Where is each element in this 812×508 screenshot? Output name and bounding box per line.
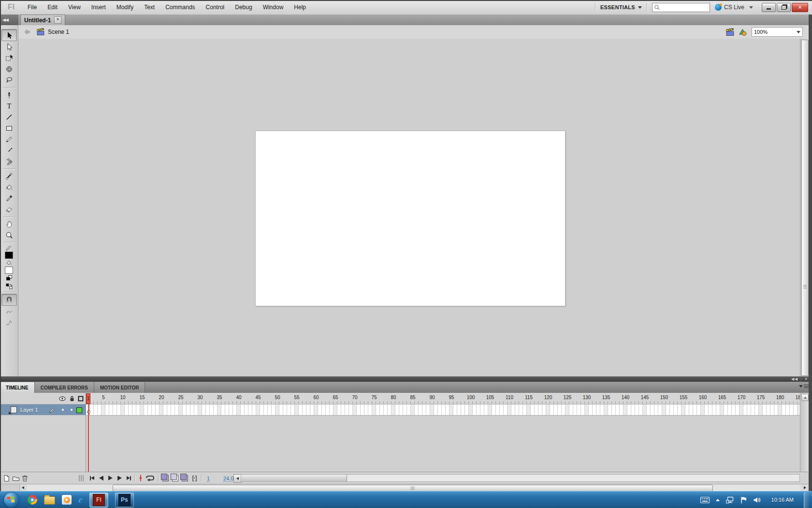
3d-rotation-tool[interactable] bbox=[2, 63, 16, 75]
zoom-tool[interactable] bbox=[2, 229, 16, 240]
menu-control[interactable]: Control bbox=[201, 0, 230, 15]
vertical-scrollbar-thumb[interactable] bbox=[801, 40, 809, 376]
stroke-color-control[interactable] bbox=[2, 244, 16, 252]
panel-menu-button[interactable] bbox=[799, 385, 809, 388]
playhead[interactable]: 1 bbox=[86, 393, 90, 404]
deco-spray-tool[interactable] bbox=[2, 156, 16, 167]
panel-resize-grip[interactable] bbox=[79, 475, 84, 481]
new-layer-button[interactable] bbox=[2, 474, 11, 482]
onion-skin-button[interactable] bbox=[161, 474, 170, 482]
back-arrow-icon[interactable] bbox=[23, 28, 31, 36]
eyedropper-tool[interactable] bbox=[2, 193, 16, 204]
stage-horizontal-scrollbar[interactable] bbox=[0, 484, 812, 491]
subselection-tool[interactable] bbox=[2, 41, 16, 52]
menu-help[interactable]: Help bbox=[289, 0, 311, 15]
modify-markers-button[interactable]: [·] bbox=[190, 474, 199, 482]
brush-tool[interactable] bbox=[2, 145, 16, 156]
swap-colors-button[interactable] bbox=[2, 282, 16, 290]
go-to-first-frame-button[interactable] bbox=[87, 474, 96, 482]
scrollbar-track[interactable] bbox=[27, 485, 800, 491]
lasso-tool[interactable] bbox=[2, 75, 16, 86]
edit-multiple-frames-button[interactable] bbox=[180, 474, 189, 482]
scroll-right-button[interactable] bbox=[801, 485, 809, 491]
tab-close-icon[interactable]: ✕ bbox=[54, 16, 61, 24]
minimize-button[interactable] bbox=[762, 3, 776, 12]
edit-symbols-button[interactable] bbox=[739, 28, 748, 36]
restore-button[interactable] bbox=[777, 3, 791, 12]
step-forward-button[interactable] bbox=[115, 474, 124, 482]
timeline-frames-area[interactable]: 5101520253035404550556065707580859095100… bbox=[86, 393, 800, 472]
scrollbar-thumb[interactable] bbox=[113, 485, 713, 492]
text-tool[interactable]: T bbox=[2, 100, 16, 111]
timeline-vertical-scrollbar[interactable] bbox=[800, 393, 809, 472]
menu-commands[interactable]: Commands bbox=[160, 0, 200, 15]
media-player-icon[interactable] bbox=[62, 495, 72, 505]
menu-edit[interactable]: Edit bbox=[42, 0, 63, 15]
pencil-tool[interactable] bbox=[2, 134, 16, 145]
search-input[interactable] bbox=[652, 3, 710, 12]
delete-layer-button[interactable] bbox=[20, 474, 29, 482]
current-frame-field[interactable]: 1 bbox=[207, 475, 210, 482]
frames-grid[interactable] bbox=[86, 404, 800, 416]
taskbar-clock[interactable]: 10:16 AM bbox=[771, 497, 794, 503]
zoom-level-select[interactable]: 100% bbox=[752, 27, 803, 37]
show-all-as-outlines-icon[interactable] bbox=[77, 395, 85, 403]
scene-name[interactable]: Scene 1 bbox=[48, 29, 69, 35]
layer-row[interactable]: Layer 1 bbox=[0, 404, 86, 415]
layer-visibility-dot[interactable] bbox=[62, 409, 64, 411]
panel-collapse-icon[interactable]: ◀◀ bbox=[791, 377, 798, 381]
menu-window[interactable]: Window bbox=[258, 0, 289, 15]
show-desktop-button[interactable] bbox=[804, 492, 809, 508]
menu-debug[interactable]: Debug bbox=[230, 0, 257, 15]
start-button[interactable] bbox=[4, 493, 19, 508]
action-center-flag-icon[interactable] bbox=[740, 496, 747, 504]
volume-icon[interactable] bbox=[753, 496, 761, 504]
tab-motion-editor[interactable]: MOTION EDITOR bbox=[94, 382, 145, 393]
pen-tool[interactable] bbox=[2, 89, 16, 100]
layer-lock-dot[interactable] bbox=[71, 409, 72, 411]
show-hidden-icons-button[interactable] bbox=[716, 499, 720, 501]
timeline-ruler[interactable]: 5101520253035404550556065707580859095100… bbox=[86, 393, 800, 404]
menu-view[interactable]: View bbox=[63, 0, 86, 15]
scroll-up-button[interactable] bbox=[801, 394, 809, 401]
new-folder-button[interactable] bbox=[12, 474, 20, 482]
vertical-scrollbar[interactable] bbox=[800, 39, 809, 376]
network-icon[interactable] bbox=[726, 496, 734, 504]
stage-canvas[interactable] bbox=[255, 131, 566, 306]
stroke-color-swatch[interactable] bbox=[5, 252, 13, 259]
close-button[interactable]: ✕ bbox=[792, 3, 808, 12]
fill-color-swatch[interactable] bbox=[5, 267, 13, 274]
internet-explorer-icon[interactable]: e bbox=[78, 494, 83, 506]
flash-taskbar-button[interactable]: Fl bbox=[89, 493, 108, 508]
lock-all-layers-icon[interactable] bbox=[68, 395, 76, 403]
keyboard-icon[interactable] bbox=[700, 497, 710, 503]
menu-file[interactable]: File bbox=[22, 0, 42, 15]
tools-panel-collapse-button[interactable]: ◀◀ bbox=[0, 15, 21, 26]
pasteboard[interactable] bbox=[18, 39, 800, 376]
scroll-left-button[interactable] bbox=[19, 485, 27, 491]
windows-explorer-icon[interactable] bbox=[44, 496, 55, 505]
panel-close-icon[interactable]: ✕ bbox=[804, 377, 808, 381]
rectangle-tool[interactable] bbox=[2, 122, 16, 134]
timeline-horizontal-scrollbar[interactable] bbox=[241, 474, 800, 482]
loop-button[interactable] bbox=[144, 474, 156, 482]
line-tool[interactable] bbox=[2, 111, 16, 122]
document-tab[interactable]: Untitled-1 ✕ bbox=[20, 15, 65, 25]
layer-outline-color-swatch[interactable] bbox=[76, 407, 82, 413]
onion-skin-outlines-button[interactable] bbox=[171, 474, 179, 482]
snap-to-objects-toggle[interactable] bbox=[1, 294, 17, 306]
edit-scene-button[interactable] bbox=[726, 28, 735, 36]
step-back-button[interactable] bbox=[97, 474, 105, 482]
layer-name[interactable]: Layer 1 bbox=[20, 407, 38, 413]
tab-compiler-errors[interactable]: COMPILER ERRORS bbox=[35, 382, 94, 393]
photoshop-taskbar-button[interactable]: Ps bbox=[115, 493, 134, 508]
menu-text[interactable]: Text bbox=[139, 0, 160, 15]
paint-bucket-tool[interactable] bbox=[2, 181, 16, 193]
free-transform-tool[interactable] bbox=[2, 52, 16, 63]
fill-color-control[interactable] bbox=[2, 259, 16, 267]
cs-live-button[interactable]: CS Live bbox=[715, 4, 744, 11]
play-button[interactable] bbox=[106, 474, 115, 482]
timeline-scrollbar-thumb[interactable] bbox=[241, 475, 347, 481]
black-and-white-button[interactable] bbox=[2, 274, 16, 282]
chrome-icon[interactable] bbox=[28, 495, 37, 505]
